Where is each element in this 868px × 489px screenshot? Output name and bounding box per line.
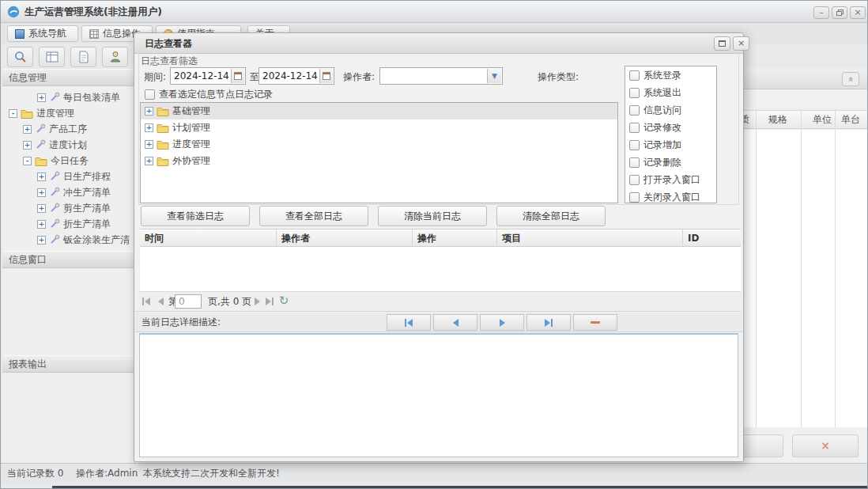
view-all-logs-button[interactable]: 查看全部日志: [259, 206, 368, 226]
panel-header-info-mgmt[interactable]: 信息管理: [2, 69, 135, 86]
expand-icon[interactable]: +: [37, 220, 46, 229]
detail-text-area[interactable]: [139, 333, 738, 457]
detail-prev-button[interactable]: [433, 314, 477, 331]
checkbox-icon[interactable]: [629, 70, 640, 81]
collapse-icon[interactable]: -: [23, 157, 32, 165]
expand-icon[interactable]: +: [145, 140, 153, 149]
dialog-module-tree[interactable]: + 基础管理 + 计划管理 + 进度管理 + 外协管理: [140, 102, 618, 203]
tree-item[interactable]: + 折生产清单: [2, 216, 135, 232]
list-view-button[interactable]: [39, 47, 65, 67]
tree-item-label: 剪生产清单: [63, 202, 111, 215]
minimize-button[interactable]: –: [813, 6, 829, 19]
expand-icon[interactable]: +: [37, 204, 46, 213]
column-header-id[interactable]: ID: [683, 229, 740, 247]
detail-remove-button[interactable]: [573, 314, 617, 331]
tree-item[interactable]: + 进度计划: [2, 137, 135, 153]
tree-item-selected[interactable]: + 基础管理: [141, 103, 617, 119]
calendar-button[interactable]: [319, 69, 333, 83]
node-filter-checkbox[interactable]: 查看选定信息节点日志记录: [141, 85, 273, 103]
tree-item[interactable]: + 外协管理: [141, 153, 617, 169]
type-option[interactable]: 记录删除: [625, 154, 716, 171]
expand-icon[interactable]: +: [145, 157, 153, 165]
tab-system-nav[interactable]: 系统导航: [7, 25, 78, 42]
app-logo-icon: [7, 6, 20, 18]
checkbox-icon[interactable]: [145, 89, 155, 100]
type-option[interactable]: 打开录入窗口: [625, 171, 716, 188]
search-button[interactable]: [7, 47, 33, 67]
close-button[interactable]: ×: [850, 6, 866, 19]
column-header-time[interactable]: 时间: [140, 229, 277, 247]
panel-header-info-window[interactable]: 信息窗口: [2, 251, 135, 268]
dialog-maximize-button[interactable]: [714, 36, 730, 51]
checkbox-icon[interactable]: [629, 175, 640, 185]
expand-icon[interactable]: +: [145, 107, 153, 116]
last-page-button[interactable]: [263, 295, 276, 308]
operator-combobox[interactable]: ▼: [379, 67, 503, 85]
arrow-right-icon: [255, 298, 260, 305]
prev-page-button[interactable]: [154, 295, 167, 308]
expand-icon[interactable]: +: [37, 236, 46, 244]
date-to-field[interactable]: 2024-12-14: [259, 67, 334, 85]
expand-icon[interactable]: +: [37, 172, 46, 181]
expand-icon[interactable]: +: [37, 93, 46, 102]
detail-last-button[interactable]: [526, 314, 571, 331]
nav-icon: [15, 29, 25, 39]
checkbox-icon[interactable]: [629, 140, 640, 150]
clear-all-logs-button[interactable]: 清除全部日志: [496, 206, 606, 226]
column-header-operation[interactable]: 操作: [413, 229, 497, 247]
column-header-project[interactable]: 项目: [497, 229, 683, 247]
checkbox-icon[interactable]: [629, 105, 640, 116]
cancel-button[interactable]: ×: [792, 434, 859, 457]
type-option[interactable]: 记录增加: [625, 136, 716, 154]
tree-item[interactable]: + 日生产排程: [2, 169, 135, 184]
first-page-button[interactable]: [140, 295, 153, 308]
expand-icon[interactable]: +: [37, 188, 46, 197]
tool-icon: [49, 187, 60, 198]
checkbox-icon[interactable]: [629, 123, 640, 133]
document-button[interactable]: [70, 47, 96, 67]
type-option[interactable]: 信息访问: [625, 101, 716, 119]
dialog-close-button[interactable]: ×: [733, 36, 749, 51]
user-button[interactable]: [102, 47, 128, 67]
expand-icon[interactable]: +: [23, 141, 32, 150]
tree-item[interactable]: + 剪生产清单: [2, 200, 135, 216]
type-option[interactable]: 系统登录: [625, 66, 716, 84]
restore-button[interactable]: [832, 6, 847, 19]
column-header-operator[interactable]: 操作者: [277, 229, 413, 247]
tree-item[interactable]: + 钣金涂装生产清: [2, 232, 135, 248]
refresh-button[interactable]: ↻: [276, 293, 292, 309]
clear-current-logs-button[interactable]: 清除当前日志: [378, 206, 487, 226]
next-page-button[interactable]: [251, 295, 263, 308]
tree-item[interactable]: + 每日包装清单: [2, 89, 135, 105]
checkbox-icon[interactable]: [629, 192, 640, 203]
expand-icon[interactable]: +: [145, 123, 153, 132]
dialog-title-bar[interactable]: 日志查看器 ×: [134, 33, 743, 54]
collapse-icon[interactable]: -: [9, 109, 17, 118]
collapse-panel-button[interactable]: «: [842, 72, 859, 86]
type-option[interactable]: 关闭录入窗口: [625, 188, 716, 203]
view-filtered-logs-button[interactable]: 查看筛选日志: [141, 206, 250, 226]
tree-item[interactable]: + 冲生产清单: [2, 184, 135, 200]
last-page-icon: [272, 298, 274, 305]
panel-header-report-output[interactable]: 报表输出: [2, 355, 135, 373]
type-option[interactable]: 记录修改: [625, 119, 716, 136]
checkbox-icon[interactable]: [629, 88, 640, 98]
tree-item-label: 每日包装清单: [63, 91, 120, 104]
detail-next-button[interactable]: [480, 314, 524, 331]
tree-item[interactable]: + 计划管理: [141, 119, 617, 136]
chevron-down-icon[interactable]: ▼: [487, 69, 501, 83]
date-from-value: 2024-12-14: [174, 70, 229, 82]
column-divider: [835, 111, 836, 130]
operation-type-list[interactable]: 系统登录 系统退出 信息访问 记录修改 记录增加 记录删除 打开录入窗口 关闭录…: [625, 66, 717, 203]
tree-item[interactable]: - 进度管理: [2, 105, 135, 121]
expand-icon[interactable]: +: [23, 125, 32, 134]
checkbox-icon[interactable]: [629, 157, 640, 168]
tree-item[interactable]: - 今日任务: [2, 153, 135, 169]
detail-first-button[interactable]: [387, 314, 431, 331]
tree-item[interactable]: + 产品工序: [2, 121, 135, 137]
tree-item[interactable]: + 进度管理: [141, 136, 617, 153]
calendar-button[interactable]: [231, 69, 244, 83]
type-option[interactable]: 系统退出: [625, 84, 716, 101]
page-number-input[interactable]: 0: [175, 294, 202, 309]
date-from-field[interactable]: 2024-12-14: [170, 67, 246, 85]
